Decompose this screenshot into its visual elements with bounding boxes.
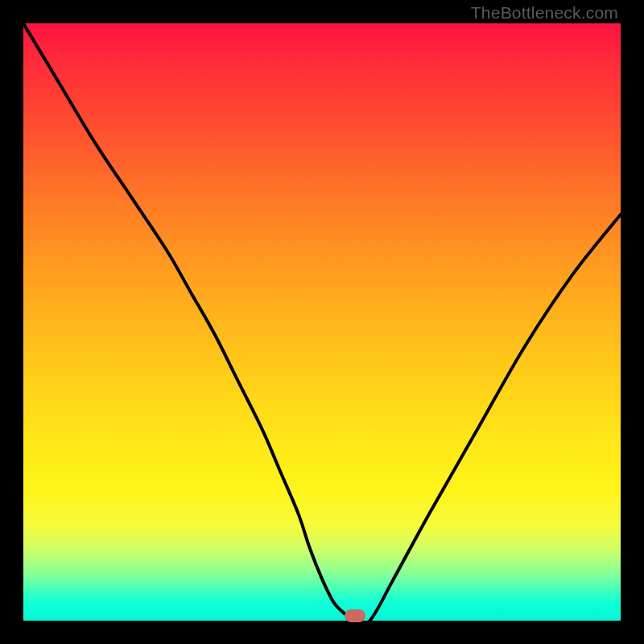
- chart-frame: TheBottleneck.com: [0, 0, 644, 644]
- optimum-marker: [345, 609, 365, 622]
- bottleneck-curve: [23, 23, 621, 621]
- attribution-text: TheBottleneck.com: [471, 3, 618, 23]
- plot-area: [23, 23, 621, 621]
- curve-path: [23, 23, 621, 621]
